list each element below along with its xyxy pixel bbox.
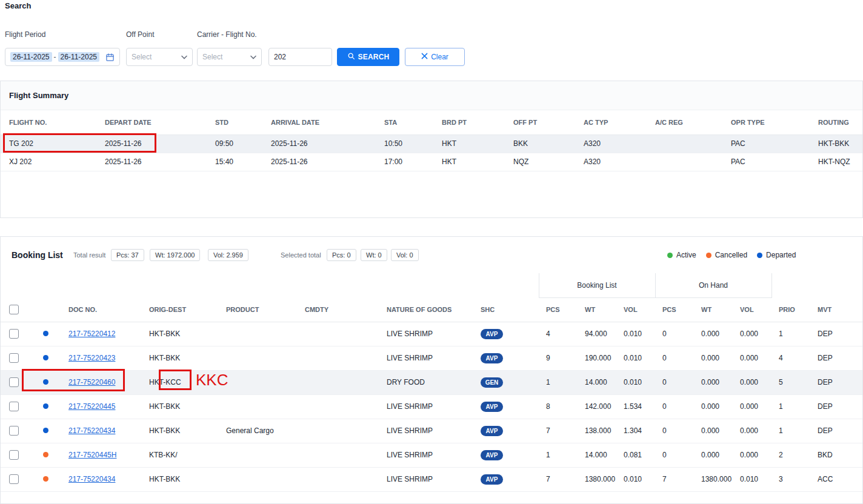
group-header-booking-list: Booking List	[539, 273, 655, 297]
date-separator: -	[54, 53, 56, 61]
booking-row[interactable]: 217-75220434 HKT-BKK LIVE SHRIMP AVP 7 1…	[1, 467, 862, 491]
cell-std: 09:50	[207, 134, 262, 153]
shc-badge: AVP	[481, 329, 503, 339]
cell-onhand-pcs: 0	[655, 394, 694, 419]
cell-orig-dest: HKT-BKK	[142, 467, 219, 491]
cell-sta: 17:00	[376, 153, 433, 171]
col-booking-wt: WT	[578, 297, 616, 322]
booking-row[interactable]: 217-75220445 HKT-BKK LIVE SHRIMP AVP 8 1…	[1, 394, 862, 419]
doc-no-link[interactable]: 217-75220412	[68, 330, 115, 338]
cell-ac-typ: A320	[575, 153, 647, 171]
cell-product	[219, 467, 298, 491]
off-point-select[interactable]: Select	[126, 48, 193, 66]
cell-nature: LIVE SHRIMP	[379, 467, 473, 491]
date-to-value[interactable]: 26-11-2025	[58, 52, 100, 62]
row-checkbox[interactable]	[9, 353, 19, 363]
cell-onhand-pcs: 0	[655, 443, 694, 467]
cell-cmdty	[298, 370, 379, 394]
row-checkbox[interactable]	[9, 377, 19, 387]
cell-booking-wt: 14.000	[578, 443, 616, 467]
doc-no-link[interactable]: 217-7520445H	[68, 451, 116, 459]
row-checkbox[interactable]	[9, 402, 19, 411]
doc-no-link[interactable]: 217-75220423	[68, 354, 115, 362]
cell-booking-vol: 0.010	[616, 322, 655, 346]
cell-orig-dest: KTB-KK/	[142, 443, 219, 467]
doc-no-link[interactable]: 217-75220460	[68, 378, 115, 386]
cell-flight-no: TG 202	[1, 134, 96, 153]
status-legend: Active Cancelled Departed	[667, 251, 796, 259]
booking-row[interactable]: 217-75220460 HKT-KCC DRY FOOD GEN 1 14.0…	[1, 370, 862, 394]
cell-onhand-vol: 0.010	[733, 467, 771, 491]
cell-booking-vol: 1.304	[616, 419, 655, 443]
status-dot	[43, 331, 48, 336]
col-mvt: MVT	[810, 297, 862, 322]
flight-period-label: Flight Period	[5, 30, 45, 39]
cell-cmdty	[298, 467, 379, 491]
cell-product: General Cargo	[219, 419, 298, 443]
booking-list-header: Booking List Total result Pcs: 37 Wt: 19…	[1, 237, 862, 273]
cell-cmdty	[298, 394, 379, 419]
carrier-select[interactable]: Select	[197, 48, 262, 66]
active-status-dot-icon	[667, 253, 673, 258]
total-wt-chip: Wt: 1972.000	[150, 249, 200, 261]
cell-booking-vol: 0.010	[616, 467, 655, 491]
row-checkbox[interactable]	[9, 329, 19, 339]
calendar-icon[interactable]	[105, 53, 115, 62]
cell-cmdty	[298, 346, 379, 370]
cell-prio: 5	[771, 370, 810, 394]
shc-badge: AVP	[481, 402, 503, 412]
cell-routing: HKT-BKK	[810, 134, 862, 153]
cell-brd-pt: HKT	[433, 153, 505, 171]
doc-no-link[interactable]: 217-75220434	[68, 426, 115, 435]
cell-onhand-wt: 0.000	[694, 370, 733, 394]
status-dot	[43, 379, 48, 385]
total-result-label: Total result	[73, 251, 105, 259]
cell-arrival-date: 2025-11-26	[262, 153, 376, 171]
row-checkbox[interactable]	[9, 450, 19, 460]
cell-booking-wt: 1380.000	[578, 467, 616, 491]
select-all-checkbox[interactable]	[9, 305, 19, 314]
flight-summary-table: FLIGHT NO. DEPART DATE STD ARRIVAL DATE …	[1, 110, 862, 171]
search-button[interactable]: SEARCH	[337, 48, 399, 66]
flight-row-tg202[interactable]: TG 202 2025-11-26 09:50 2025-11-26 10:50…	[1, 134, 862, 153]
cell-mvt: DEP	[810, 419, 862, 443]
booking-row[interactable]: 217-7520445H KTB-KK/ LIVE SHRIMP AVP 1 1…	[1, 443, 862, 467]
flight-row-xj202[interactable]: XJ 202 2025-11-26 15:40 2025-11-26 17:00…	[1, 153, 862, 171]
col-prio: PRIO	[771, 297, 810, 322]
clear-button[interactable]: Clear	[405, 48, 465, 66]
cell-brd-pt: HKT	[433, 134, 505, 153]
status-dot	[43, 452, 48, 457]
cell-onhand-wt: 0.000	[694, 322, 733, 346]
carrier-flight-label: Carrier - Flight No.	[197, 30, 257, 39]
cell-mvt: BKD	[810, 443, 862, 467]
booking-row[interactable]: 217-75220423 HKT-BKK LIVE SHRIMP AVP 9 1…	[1, 346, 862, 370]
legend-departed: Departed	[757, 251, 796, 259]
row-checkbox[interactable]	[9, 426, 19, 436]
doc-no-link[interactable]: 217-75220434	[68, 475, 115, 483]
flight-period-input[interactable]: 26-11-2025 - 26-11-2025	[5, 48, 120, 66]
cell-nature: LIVE SHRIMP	[379, 394, 473, 419]
cell-product	[219, 370, 298, 394]
cell-orig-dest: HKT-BKK	[142, 419, 219, 443]
cell-std: 15:40	[207, 153, 262, 171]
cell-depart-date: 2025-11-26	[96, 153, 207, 171]
cell-prio: 1	[771, 322, 810, 346]
date-from-value[interactable]: 26-11-2025	[10, 52, 52, 62]
cell-booking-vol: 1.534	[616, 394, 655, 419]
cell-mvt: DEP	[810, 322, 862, 346]
off-point-placeholder: Select	[132, 53, 152, 61]
row-checkbox[interactable]	[9, 474, 19, 484]
legend-departed-label: Departed	[766, 251, 796, 259]
total-pcs-chip: Pcs: 37	[111, 249, 144, 261]
flight-no-input[interactable]	[268, 48, 332, 66]
cell-onhand-vol: 0.000	[733, 443, 771, 467]
booking-row[interactable]: 217-75220434 HKT-BKK General Cargo LIVE …	[1, 419, 862, 443]
cell-booking-pcs: 1	[539, 443, 578, 467]
col-routing: ROUTING	[810, 110, 862, 134]
cell-booking-vol: 0.010	[616, 346, 655, 370]
doc-no-link[interactable]: 217-75220445	[68, 402, 115, 411]
carrier-placeholder: Select	[202, 53, 222, 61]
cell-mvt: DEP	[810, 346, 862, 370]
cell-mvt: ACC	[810, 467, 862, 491]
booking-row[interactable]: 217-75220412 HKT-BKK LIVE SHRIMP AVP 4 9…	[1, 322, 862, 346]
